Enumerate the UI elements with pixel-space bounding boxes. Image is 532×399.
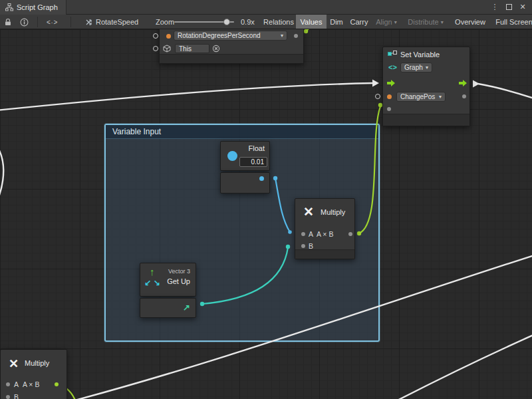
input-port-a[interactable]	[301, 232, 305, 236]
zoom-label: Zoom	[156, 15, 174, 29]
tab-title: Script Graph	[17, 3, 58, 11]
output-port[interactable]	[294, 34, 298, 38]
input-port-a[interactable]	[6, 382, 10, 386]
variable-name-dropdown[interactable]: RotationDegreesPerSecond ▾	[174, 31, 287, 41]
float-output-port[interactable]	[259, 176, 264, 181]
variable-name-dropdown[interactable]: ChangePos ▾	[396, 92, 446, 102]
dim-button[interactable]: Dim	[327, 15, 346, 29]
zoom-slider[interactable]	[174, 15, 235, 29]
input-port-b[interactable]	[301, 244, 305, 248]
graph-canvas[interactable]: Variable Input	[0, 29, 532, 399]
node-title: Get Up	[167, 277, 190, 285]
fullscreen-button[interactable]: Full Screen	[490, 15, 532, 29]
target-label: This	[179, 45, 192, 53]
wire-white-in	[0, 83, 372, 110]
node-get-variable[interactable]: RotationDegreesPerSecond ▾ This	[159, 29, 304, 64]
output-port-ab[interactable]	[55, 382, 59, 386]
input-port-ring[interactable]	[153, 46, 158, 51]
cube-icon	[163, 45, 171, 53]
variable-port-dot[interactable]	[387, 94, 392, 99]
graph-breadcrumb[interactable]: RotateSpeed	[85, 15, 138, 29]
graph-toolbar: <∙> RotateSpeed Zoom 0.9x Relations Valu…	[0, 15, 532, 29]
graph-asset-icon	[85, 19, 92, 26]
align-button[interactable]: Align ▾	[372, 15, 401, 29]
wire-white-short	[390, 334, 532, 399]
port-label-ab: A × B	[317, 230, 333, 238]
variable-port-dot[interactable]	[166, 34, 171, 39]
node-footer	[295, 249, 354, 259]
port-label-ab: A × B	[23, 380, 39, 388]
chevron-down-icon: ▾	[441, 19, 444, 25]
float-value: 0.01	[251, 158, 264, 166]
zoom-value: 0.9x	[241, 15, 255, 29]
input-port-b[interactable]	[6, 395, 10, 399]
value-input-port[interactable]	[387, 107, 391, 111]
lock-icon[interactable]	[4, 15, 12, 29]
chevron-down-icon: ▾	[394, 19, 397, 25]
multiply-icon: ✕	[303, 204, 314, 219]
graph-name: RotateSpeed	[96, 18, 138, 26]
wire-white-edge	[0, 149, 3, 211]
toolbar-separator	[37, 17, 38, 27]
float-type-icon	[227, 151, 237, 161]
flow-in-port[interactable]	[387, 79, 395, 87]
node-vector3-get-up[interactable]: ↑ ↙ ↘ Vector 3 Get Up	[140, 263, 196, 297]
node-multiply-center[interactable]: ✕ Multiply A A × B B	[295, 198, 355, 259]
port-label-a: A	[309, 230, 313, 238]
output-port[interactable]	[462, 94, 466, 98]
node-multiply-bottom[interactable]: ✕ Multiply A A × B B	[0, 349, 67, 399]
output-port-ab[interactable]	[348, 232, 352, 236]
variable-name: ChangePos	[400, 93, 435, 100]
scope-dropdown[interactable]: Graph ▾	[400, 63, 432, 72]
arrow-down-right-icon: ↘	[154, 278, 160, 287]
node-type-label: Vector 3	[168, 268, 190, 275]
node-float-output[interactable]	[220, 172, 270, 194]
node-title: Set Variable	[400, 51, 440, 59]
wire-green-top	[306, 29, 315, 31]
node-footer	[160, 54, 303, 63]
distribute-button[interactable]: Distribute ▾	[401, 15, 450, 29]
maximize-icon[interactable]	[503, 1, 515, 13]
close-icon[interactable]: ✕	[517, 1, 529, 13]
toolbar-separator	[70, 17, 71, 27]
node-vector3-output[interactable]: ↗	[140, 298, 196, 318]
node-title: Multiply	[321, 208, 345, 216]
arrow-down-left-icon: ↙	[144, 278, 151, 287]
arrow-up-icon: ↑	[150, 266, 155, 277]
self-target-icon[interactable]	[212, 45, 220, 53]
zoom-slider-handle[interactable]	[223, 19, 230, 25]
carry-button[interactable]: Carry	[346, 15, 372, 29]
port-label-a: A	[14, 380, 19, 388]
window-controls: ⋮ ✕	[489, 1, 532, 13]
tab-script-graph[interactable]: Script Graph	[0, 0, 66, 15]
chevron-down-icon: ▾	[278, 33, 283, 39]
scope-label: Graph	[404, 64, 423, 71]
float-value-field[interactable]: 0.01	[239, 157, 267, 167]
info-icon[interactable]	[20, 15, 29, 29]
node-title: Multiply	[25, 359, 49, 367]
unity-script-graph-window: Script Graph ⋮ ✕ <∙>	[0, 0, 532, 399]
variable-name: RotationDegreesPerSecond	[178, 32, 261, 39]
values-button[interactable]: Values	[296, 15, 327, 29]
target-object-field[interactable]: This	[175, 44, 209, 53]
menu-kebab-icon[interactable]: ⋮	[489, 1, 501, 13]
relations-button[interactable]: Relations	[261, 15, 296, 29]
flow-out-port[interactable]	[459, 79, 467, 87]
port-label-b: B	[14, 393, 19, 399]
variable-brackets-icon: <>	[388, 63, 397, 71]
vector-output-icon: ↗	[183, 303, 190, 313]
chevron-down-icon: ▾	[436, 94, 442, 100]
group-header[interactable]: Variable Input	[106, 125, 378, 139]
overview-button[interactable]: Overview	[450, 15, 490, 29]
node-set-variable[interactable]: Set Variable <> Graph ▾ ChangePos ▾	[382, 47, 470, 126]
node-title: Float	[249, 144, 265, 152]
script-graph-icon	[5, 3, 13, 11]
node-float-literal[interactable]: Float 0.01	[220, 141, 270, 171]
connection-values-icon[interactable]: <∙>	[47, 15, 58, 29]
multiply-icon: ✕	[9, 356, 19, 371]
titlebar: Script Graph ⋮ ✕	[0, 0, 532, 15]
node-footer	[383, 114, 469, 126]
wire-arrowhead	[473, 80, 479, 88]
input-port-ring[interactable]	[153, 33, 158, 39]
input-port-ring[interactable]	[375, 94, 380, 99]
